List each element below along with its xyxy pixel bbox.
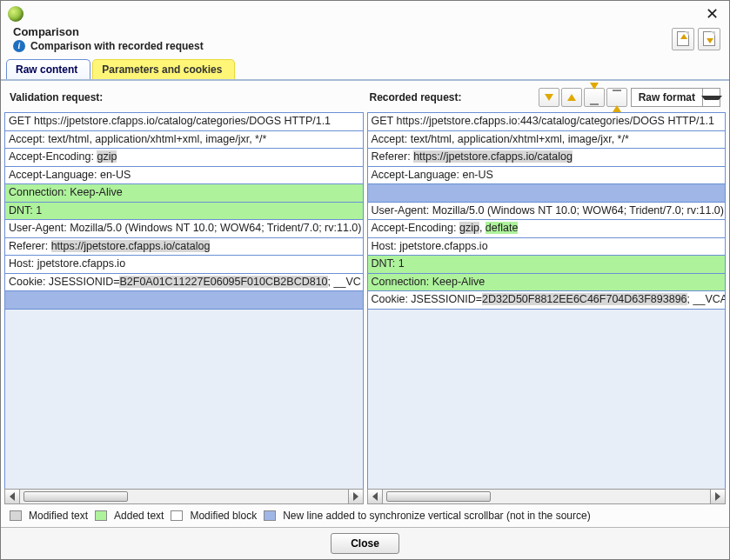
dialog-title: Comparison [13,25,204,38]
footer: Close [1,527,729,559]
document-icon [677,31,689,46]
swatch-modified-block [171,510,183,521]
diff-line: GET https://jpetstore.cfapps.io/catalog/… [5,113,363,131]
info-icon [13,40,25,52]
diff-line: Accept-Encoding: gzip [5,149,363,167]
diff-panels: GET https://jpetstore.cfapps.io/catalog/… [1,110,729,504]
titlebar: ✕ [1,1,729,25]
h-scrollbar[interactable] [367,489,727,504]
diff-line: DNT: 1 [5,203,363,221]
tab-parameters-cookies[interactable]: Parameters and cookies [92,59,235,79]
document-icon [703,31,715,46]
validation-label: Validation request: [10,91,361,103]
scroll-right-button[interactable] [710,490,725,503]
validation-lines[interactable]: GET https://jpetstore.cfapps.io/catalog/… [4,112,364,489]
close-icon[interactable]: ✕ [702,4,722,23]
chevron-up-icon [567,94,576,101]
recorded-lines[interactable]: GET https://jpetstore.cfapps.io:443/cata… [367,112,727,489]
scroll-right-button[interactable] [348,490,363,503]
diff-line: Accept: text/html, application/xhtml+xml… [368,131,726,150]
triangle-left-icon [10,492,15,501]
dropdown-arrow[interactable] [702,89,720,106]
close-button[interactable]: Close [331,533,399,554]
diff-line: Accept: text/html, application/xhtml+xml… [5,131,363,150]
diff-line: Accept-Encoding: gzip, deflate [368,220,726,238]
recorded-label: Recorded request: [370,91,462,103]
format-dropdown[interactable]: Raw format [631,88,720,107]
triangle-right-icon [715,492,720,501]
dialog-subtitle-row: Comparison with recorded request [13,40,204,52]
export-up-button[interactable] [672,28,694,50]
scroll-left-button[interactable] [5,490,20,503]
diff-line: Connection: Keep-Alive [368,274,726,292]
tab-raw-content[interactable]: Raw content [6,59,90,79]
chevron-up-bar-icon [613,93,621,112]
app-icon [8,6,23,22]
diff-line: Accept-Language: en-US [368,167,726,185]
header-row: Comparison Comparison with recorded requ… [1,25,729,54]
empty-area [368,310,726,490]
diff-line: User-Agent: Mozilla/5.0 (Windows NT 10.0… [368,203,726,221]
diff-line: Host: jpetstore.cfapps.io [368,238,726,257]
scroll-thumb[interactable] [386,491,491,502]
legend: Modified text Added text Modified block … [1,504,729,527]
chevron-down-icon [545,94,553,101]
triangle-left-icon [372,492,378,501]
header-buttons [672,28,720,50]
diff-line [5,291,363,310]
chevron-down-bar-icon [590,83,599,102]
diff-line: Connection: Keep-Alive [5,184,363,203]
diff-line: Cookie: JSESSIONID=B2F0A01C11227E06095F0… [5,274,363,292]
diff-next-button[interactable] [539,88,559,107]
diff-prev-button[interactable] [561,88,582,107]
diff-nav-buttons [539,88,627,107]
legend-added-text: Added text [114,510,164,522]
export-down-button[interactable] [698,28,720,50]
legend-modified-block: Modified block [190,510,257,522]
diff-line: Cookie: JSESSIONID=2D32D50F8812EE6C46F70… [368,291,726,310]
diff-first-button[interactable] [606,88,627,107]
dialog-subtitle: Comparison with recorded request [30,40,204,52]
diff-last-button[interactable] [584,88,605,107]
caret-down-icon [701,96,722,100]
diff-line: Referer: https://jpetstore.cfapps.io/cat… [5,238,363,257]
comparison-dialog: ✕ Comparison Comparison with recorded re… [0,0,730,560]
validation-panel: GET https://jpetstore.cfapps.io/catalog/… [4,112,364,504]
triangle-right-icon [353,492,358,501]
recorded-panel: GET https://jpetstore.cfapps.io:443/cata… [367,112,727,504]
diff-line: Accept-Language: en-US [5,167,363,185]
diff-line: GET https://jpetstore.cfapps.io:443/cata… [368,113,726,131]
legend-new-line: New line added to synchronize vertical s… [283,510,591,522]
scroll-thumb[interactable] [23,491,128,502]
diff-line: Host: jpetstore.cfapps.io [5,256,363,274]
diff-line: DNT: 1 [368,256,726,274]
request-label-bar: Validation request: Recorded request: Ra… [1,81,729,110]
h-scrollbar[interactable] [4,489,364,504]
legend-modified-text: Modified text [29,510,88,522]
diff-line [368,184,726,203]
diff-line: Referer: https://jpetstore.cfapps.io/cat… [368,149,726,167]
empty-area [5,310,363,490]
swatch-modified-text [10,510,22,521]
swatch-added-text [95,510,107,521]
swatch-new-line [264,510,276,521]
title-block: Comparison Comparison with recorded requ… [13,25,204,52]
scroll-left-button[interactable] [368,490,383,503]
diff-line: User-Agent: Mozilla/5.0 (Windows NT 10.0… [5,220,363,238]
tab-bar: Raw content Parameters and cookies [1,54,729,79]
format-value: Raw format [632,91,702,103]
